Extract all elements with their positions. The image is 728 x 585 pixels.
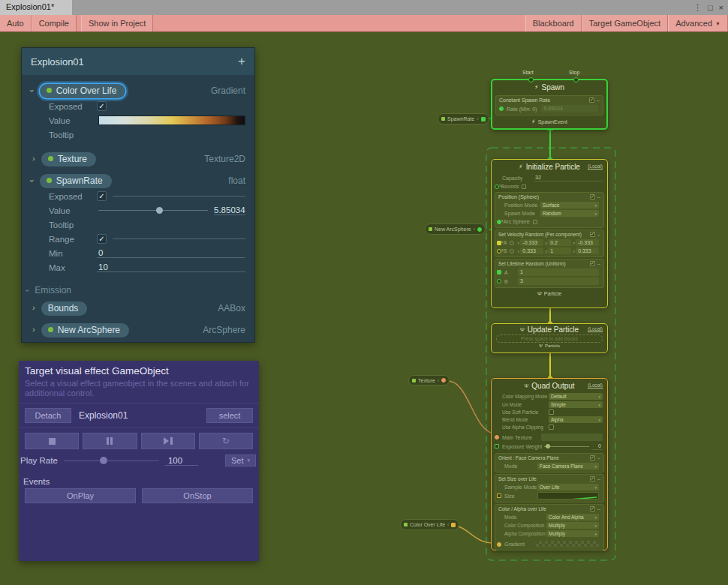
collapse-icon[interactable]: ‹ bbox=[447, 522, 449, 527]
param-row-texture[interactable]: › Texture Texture2D bbox=[22, 151, 254, 167]
collapse-icon[interactable]: ‹ bbox=[477, 116, 478, 122]
chevron-down-icon[interactable]: › bbox=[28, 179, 37, 182]
new-arcsphere-parameter-node[interactable]: New ArcSphere ‹ bbox=[425, 224, 486, 235]
velocity-a-y-field[interactable]: 0.2 bbox=[548, 239, 571, 246]
orient-block[interactable]: Orient : Face Camera Plane ✓ ‒ Mode Face… bbox=[495, 453, 604, 472]
bounds-expander-icon[interactable]: › bbox=[499, 182, 501, 189]
lifetime-b-field[interactable]: 3 bbox=[518, 278, 599, 285]
velocity-a-x-field[interactable]: -0.333 bbox=[520, 239, 543, 246]
update-particle-node[interactable]: Ψ Update Particle (Local) Press space to… bbox=[491, 323, 608, 353]
lifetime-b-port[interactable] bbox=[497, 279, 501, 284]
add-parameter-button[interactable]: + bbox=[238, 54, 245, 69]
target-gameobject-toggle-button[interactable]: Target GameObject bbox=[582, 15, 668, 32]
collapse-icon[interactable]: ‹ bbox=[438, 378, 439, 383]
blackboard-toggle-button[interactable]: Blackboard bbox=[525, 15, 582, 32]
maximize-icon[interactable]: □ bbox=[708, 3, 713, 12]
block-collapse-icon[interactable]: ‒ bbox=[597, 455, 600, 460]
restart-button[interactable]: ↻ bbox=[199, 433, 253, 449]
color-composition-dropdown[interactable]: Multiply▾ bbox=[546, 522, 599, 529]
onstop-button[interactable]: OnStop bbox=[142, 488, 253, 503]
advanced-dropdown[interactable]: Advanced ▼ bbox=[668, 15, 728, 32]
target-gameobject-panel[interactable]: Target visual effect GameObject Select a… bbox=[19, 361, 259, 561]
window-tab[interactable]: Explosion01* bbox=[0, 0, 72, 15]
spawnrate-pill[interactable]: SpawnRate bbox=[40, 174, 112, 188]
block-enabled-checkbox[interactable]: ✓ bbox=[589, 98, 594, 103]
position-sphere-block[interactable]: Position (Sphere) ✓ ‒ Position Mode Surf… bbox=[495, 192, 604, 228]
orient-mode-dropdown[interactable]: Face Camera Plane▾ bbox=[537, 463, 599, 470]
spawnrate-output-port[interactable] bbox=[481, 117, 486, 122]
capacity-field[interactable]: 32 bbox=[534, 174, 603, 182]
block-enabled-checkbox[interactable]: ✓ bbox=[590, 455, 595, 460]
window-menu-icon[interactable]: ⋮ bbox=[693, 3, 702, 13]
color-over-life-pill[interactable]: Color Over Life bbox=[40, 84, 126, 98]
block-collapse-icon[interactable]: ‒ bbox=[597, 506, 600, 512]
block-enabled-checkbox[interactable]: ✓ bbox=[590, 476, 595, 482]
lifetime-a-field[interactable]: 1 bbox=[518, 268, 599, 276]
param-row-spawnrate[interactable]: › SpawnRate float bbox=[22, 172, 254, 189]
new-arcsphere-pill[interactable]: New ArcSphere bbox=[41, 323, 129, 338]
chevron-down-icon[interactable]: › bbox=[28, 89, 37, 92]
param-row-bounds[interactable]: › Bounds AABox bbox=[22, 300, 254, 316]
texture-pill[interactable]: Texture bbox=[41, 152, 96, 166]
set-size-over-life-block[interactable]: Set Size over Life ✓ ‒ Sample Mode Over … bbox=[495, 474, 604, 502]
slider-handle[interactable] bbox=[156, 207, 163, 214]
chevron-right-icon[interactable]: › bbox=[32, 325, 35, 334]
link-icon[interactable] bbox=[510, 241, 514, 245]
size-input-port[interactable] bbox=[497, 494, 501, 498]
set-lifetime-random-block[interactable]: Set Lifetime Random (Uniform) ✓ ‒ A 1 B … bbox=[495, 259, 604, 288]
alpha-composition-dropdown[interactable]: Multiply▾ bbox=[546, 530, 599, 537]
play-rate-slider[interactable] bbox=[64, 455, 159, 466]
block-collapse-icon[interactable]: ‒ bbox=[597, 232, 600, 237]
color-mapping-dropdown[interactable]: Default▾ bbox=[549, 393, 603, 400]
graph-canvas[interactable]: Start Stop ⚡ Spawn Constant Spawn Rate ✓… bbox=[0, 32, 728, 585]
stop-button[interactable] bbox=[25, 433, 79, 449]
lifetime-a-port[interactable] bbox=[497, 270, 501, 274]
set-button[interactable]: Set ▾ bbox=[225, 454, 256, 466]
pause-button[interactable] bbox=[83, 433, 137, 449]
color-alpha-over-life-block[interactable]: Color / Alpha over Life ✓ ‒ Mode Color A… bbox=[495, 504, 604, 550]
initialize-particle-node[interactable]: ⚡ Initialize Particle (Local) Capacity 3… bbox=[491, 159, 608, 308]
block-collapse-icon[interactable]: ‒ bbox=[597, 261, 600, 266]
velocity-b-z-field[interactable]: 0.333 bbox=[576, 248, 599, 254]
arcsphere-output-port[interactable] bbox=[477, 227, 482, 232]
velocity-a-z-field[interactable]: -0.333 bbox=[576, 239, 599, 246]
exposure-weight-slider[interactable] bbox=[544, 443, 589, 450]
auto-button[interactable]: Auto bbox=[0, 15, 32, 32]
exposed-checkbox[interactable]: ✓ bbox=[97, 191, 107, 201]
param-row-new-arcsphere[interactable]: › New ArcSphere ArcSphere bbox=[22, 322, 254, 338]
use-soft-particle-checkbox[interactable] bbox=[549, 410, 554, 415]
chevron-down-icon[interactable]: › bbox=[23, 289, 32, 291]
colorlife-output-port[interactable] bbox=[451, 523, 456, 527]
exposure-weight-port[interactable] bbox=[495, 444, 499, 448]
close-icon[interactable]: × bbox=[719, 3, 723, 12]
max-field[interactable]: 10 bbox=[97, 262, 245, 272]
exposed-checkbox[interactable]: ✓ bbox=[97, 101, 107, 111]
block-enabled-checkbox[interactable]: ✓ bbox=[590, 232, 595, 237]
block-collapse-icon[interactable]: ‒ bbox=[597, 98, 600, 103]
texture-parameter-node[interactable]: Texture ‹ bbox=[408, 375, 450, 386]
bounds-pill[interactable]: Bounds bbox=[41, 302, 88, 316]
rate-input-port[interactable] bbox=[499, 106, 504, 111]
gradient-input-port[interactable] bbox=[497, 542, 501, 547]
color-over-life-parameter-node[interactable]: Color Over Life ‹ bbox=[400, 519, 459, 530]
uv-mode-dropdown[interactable]: Simple▾ bbox=[549, 401, 603, 408]
compile-button[interactable]: Compile bbox=[32, 15, 77, 32]
block-enabled-checkbox[interactable]: ✓ bbox=[590, 506, 595, 512]
expander-icon[interactable]: › bbox=[501, 247, 504, 254]
link-icon[interactable] bbox=[510, 249, 514, 254]
gradient-value-field[interactable] bbox=[98, 116, 245, 125]
collapse-icon[interactable]: ‹ bbox=[474, 226, 475, 232]
play-rate-field[interactable]: 100 bbox=[165, 456, 198, 466]
set-velocity-random-block[interactable]: Set Velocity Random (Per-component) ✓ ‒ … bbox=[495, 230, 604, 257]
texture-output-port[interactable] bbox=[441, 378, 446, 382]
velocity-b-y-field[interactable]: 1 bbox=[548, 248, 571, 254]
step-button[interactable] bbox=[141, 433, 195, 449]
color-mode-dropdown[interactable]: Color And Alpha▾ bbox=[546, 514, 599, 520]
quad-output-node[interactable]: Ψ Quad Output (Local) Color Mapping Mode… bbox=[491, 378, 608, 550]
exposure-weight-field[interactable]: 0 bbox=[592, 442, 603, 450]
spawnrate-value-field[interactable]: 5.85034 bbox=[214, 206, 245, 215]
block-collapse-icon[interactable]: ‒ bbox=[597, 476, 600, 482]
min-field[interactable]: 0 bbox=[97, 248, 245, 258]
select-button[interactable]: select bbox=[206, 408, 253, 423]
category-row-emission[interactable]: › Emission bbox=[22, 284, 254, 297]
